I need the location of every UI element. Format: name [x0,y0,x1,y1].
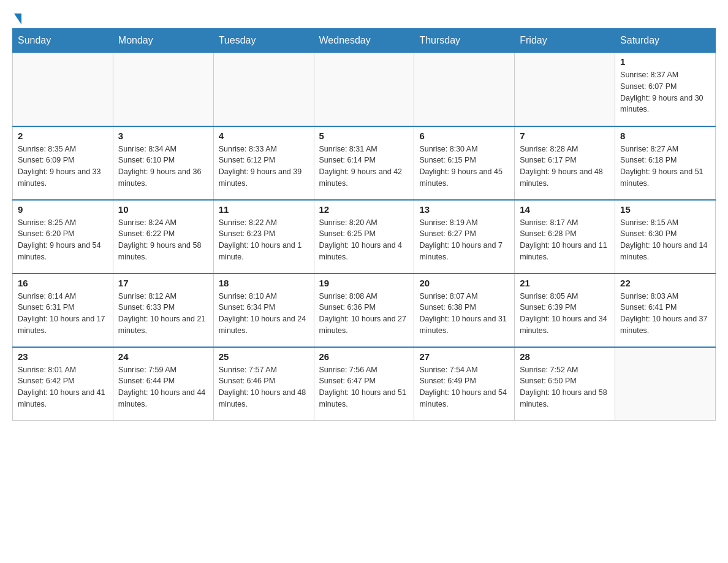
calendar-day-cell: 16Sunrise: 8:14 AMSunset: 6:31 PMDayligh… [13,274,113,347]
weekday-header-sunday: Sunday [13,29,113,53]
day-info: Sunrise: 8:27 AMSunset: 6:18 PMDaylight:… [620,144,710,190]
calendar-day-cell [615,347,716,421]
day-number: 8 [620,131,710,141]
day-info: Sunrise: 8:30 AMSunset: 6:15 PMDaylight:… [419,144,509,190]
day-number: 9 [18,204,108,215]
calendar-header-row: SundayMondayTuesdayWednesdayThursdayFrid… [13,29,716,53]
calendar-day-cell: 1Sunrise: 8:37 AMSunset: 6:07 PMDaylight… [615,53,716,126]
day-info: Sunrise: 7:57 AMSunset: 6:46 PMDaylight:… [219,364,309,410]
calendar-day-cell: 15Sunrise: 8:15 AMSunset: 6:30 PMDayligh… [615,200,716,274]
day-number: 10 [118,204,208,215]
day-number: 18 [219,278,309,288]
day-info: Sunrise: 8:20 AMSunset: 6:25 PMDaylight:… [319,217,409,263]
day-number: 12 [319,204,409,215]
calendar-day-cell [314,53,414,126]
day-number: 5 [319,131,409,141]
weekday-header-saturday: Saturday [615,29,716,53]
weekday-header-thursday: Thursday [414,29,515,53]
calendar-day-cell: 3Sunrise: 8:34 AMSunset: 6:10 PMDaylight… [113,126,213,200]
weekday-header-friday: Friday [515,29,615,53]
day-info: Sunrise: 8:24 AMSunset: 6:22 PMDaylight:… [118,217,208,263]
day-info: Sunrise: 8:25 AMSunset: 6:20 PMDaylight:… [18,217,108,263]
day-number: 15 [620,204,710,215]
calendar-day-cell: 14Sunrise: 8:17 AMSunset: 6:28 PMDayligh… [515,200,615,274]
day-info: Sunrise: 8:15 AMSunset: 6:30 PMDaylight:… [620,217,710,263]
calendar-day-cell: 28Sunrise: 7:52 AMSunset: 6:50 PMDayligh… [515,347,615,421]
day-info: Sunrise: 8:01 AMSunset: 6:42 PMDaylight:… [18,364,108,410]
calendar-day-cell: 11Sunrise: 8:22 AMSunset: 6:23 PMDayligh… [213,200,314,274]
day-number: 28 [520,351,610,362]
calendar-day-cell: 9Sunrise: 8:25 AMSunset: 6:20 PMDaylight… [13,200,113,274]
day-info: Sunrise: 8:05 AMSunset: 6:39 PMDaylight:… [520,291,610,337]
calendar-day-cell: 7Sunrise: 8:28 AMSunset: 6:17 PMDaylight… [515,126,615,200]
day-info: Sunrise: 8:31 AMSunset: 6:14 PMDaylight:… [319,144,409,190]
calendar-day-cell: 19Sunrise: 8:08 AMSunset: 6:36 PMDayligh… [314,274,414,347]
day-number: 17 [118,278,208,288]
day-info: Sunrise: 7:56 AMSunset: 6:47 PMDaylight:… [319,364,409,410]
day-info: Sunrise: 7:52 AMSunset: 6:50 PMDaylight:… [520,364,610,410]
logo [12,12,21,22]
day-number: 2 [18,131,108,141]
calendar-day-cell: 26Sunrise: 7:56 AMSunset: 6:47 PMDayligh… [314,347,414,421]
calendar-day-cell: 21Sunrise: 8:05 AMSunset: 6:39 PMDayligh… [515,274,615,347]
day-info: Sunrise: 8:10 AMSunset: 6:34 PMDaylight:… [219,291,309,337]
day-info: Sunrise: 8:14 AMSunset: 6:31 PMDaylight:… [18,291,108,337]
calendar-week-row: 1Sunrise: 8:37 AMSunset: 6:07 PMDaylight… [13,53,716,126]
calendar-table: SundayMondayTuesdayWednesdayThursdayFrid… [12,28,716,421]
day-number: 22 [620,278,710,288]
day-number: 20 [419,278,509,288]
calendar-day-cell: 12Sunrise: 8:20 AMSunset: 6:25 PMDayligh… [314,200,414,274]
day-number: 19 [319,278,409,288]
day-info: Sunrise: 8:03 AMSunset: 6:41 PMDaylight:… [620,291,710,337]
calendar-day-cell: 22Sunrise: 8:03 AMSunset: 6:41 PMDayligh… [615,274,716,347]
day-number: 14 [520,204,610,215]
day-number: 13 [419,204,509,215]
calendar-day-cell: 18Sunrise: 8:10 AMSunset: 6:34 PMDayligh… [213,274,314,347]
calendar-day-cell: 13Sunrise: 8:19 AMSunset: 6:27 PMDayligh… [414,200,515,274]
calendar-day-cell [515,53,615,126]
day-info: Sunrise: 7:59 AMSunset: 6:44 PMDaylight:… [118,364,208,410]
day-number: 26 [319,351,409,362]
day-info: Sunrise: 8:19 AMSunset: 6:27 PMDaylight:… [419,217,509,263]
day-number: 27 [419,351,509,362]
day-info: Sunrise: 8:35 AMSunset: 6:09 PMDaylight:… [18,144,108,190]
weekday-header-tuesday: Tuesday [213,29,314,53]
calendar-day-cell: 6Sunrise: 8:30 AMSunset: 6:15 PMDaylight… [414,126,515,200]
day-info: Sunrise: 8:34 AMSunset: 6:10 PMDaylight:… [118,144,208,190]
calendar-day-cell: 23Sunrise: 8:01 AMSunset: 6:42 PMDayligh… [13,347,113,421]
day-info: Sunrise: 8:33 AMSunset: 6:12 PMDaylight:… [219,144,309,190]
day-info: Sunrise: 8:37 AMSunset: 6:07 PMDaylight:… [620,69,710,115]
calendar-day-cell: 24Sunrise: 7:59 AMSunset: 6:44 PMDayligh… [113,347,213,421]
calendar-day-cell: 20Sunrise: 8:07 AMSunset: 6:38 PMDayligh… [414,274,515,347]
calendar-day-cell [13,53,113,126]
calendar-day-cell: 5Sunrise: 8:31 AMSunset: 6:14 PMDaylight… [314,126,414,200]
day-number: 7 [520,131,610,141]
day-info: Sunrise: 7:54 AMSunset: 6:49 PMDaylight:… [419,364,509,410]
logo-arrow-icon [14,13,21,25]
day-info: Sunrise: 8:12 AMSunset: 6:33 PMDaylight:… [118,291,208,337]
calendar-day-cell: 8Sunrise: 8:27 AMSunset: 6:18 PMDaylight… [615,126,716,200]
page-header [12,12,716,22]
calendar-week-row: 16Sunrise: 8:14 AMSunset: 6:31 PMDayligh… [13,274,716,347]
day-number: 25 [219,351,309,362]
weekday-header-wednesday: Wednesday [314,29,414,53]
day-number: 11 [219,204,309,215]
calendar-day-cell [414,53,515,126]
calendar-day-cell [113,53,213,126]
day-number: 4 [219,131,309,141]
day-number: 21 [520,278,610,288]
calendar-week-row: 23Sunrise: 8:01 AMSunset: 6:42 PMDayligh… [13,347,716,421]
calendar-day-cell: 25Sunrise: 7:57 AMSunset: 6:46 PMDayligh… [213,347,314,421]
calendar-day-cell: 2Sunrise: 8:35 AMSunset: 6:09 PMDaylight… [13,126,113,200]
calendar-day-cell: 27Sunrise: 7:54 AMSunset: 6:49 PMDayligh… [414,347,515,421]
calendar-day-cell: 4Sunrise: 8:33 AMSunset: 6:12 PMDaylight… [213,126,314,200]
day-info: Sunrise: 8:08 AMSunset: 6:36 PMDaylight:… [319,291,409,337]
calendar-day-cell: 10Sunrise: 8:24 AMSunset: 6:22 PMDayligh… [113,200,213,274]
day-number: 16 [18,278,108,288]
calendar-week-row: 9Sunrise: 8:25 AMSunset: 6:20 PMDaylight… [13,200,716,274]
day-info: Sunrise: 8:07 AMSunset: 6:38 PMDaylight:… [419,291,509,337]
day-info: Sunrise: 8:28 AMSunset: 6:17 PMDaylight:… [520,144,610,190]
day-number: 3 [118,131,208,141]
calendar-week-row: 2Sunrise: 8:35 AMSunset: 6:09 PMDaylight… [13,126,716,200]
day-number: 23 [18,351,108,362]
